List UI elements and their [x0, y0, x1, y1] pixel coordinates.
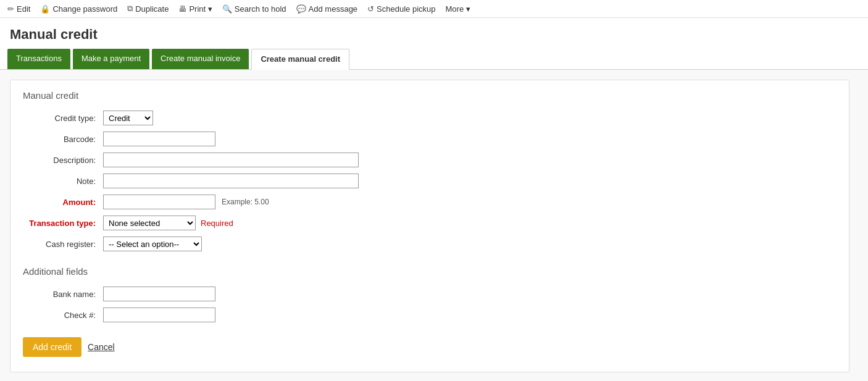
amount-example: Example: 5.00 [222, 198, 269, 206]
bank-name-input[interactable] [103, 287, 215, 301]
check-num-row: Check #: [23, 308, 837, 322]
note-label: Note: [23, 177, 103, 186]
toolbar-edit-label: Edit [17, 4, 30, 14]
form-section-title: Manual credit [23, 90, 837, 101]
tab-bar: Transactions Make a payment Create manua… [0, 49, 868, 70]
toolbar-change-password[interactable]: 🔒 Change password [40, 4, 117, 14]
credit-type-select[interactable]: Credit Writeoff Forgiven [103, 111, 153, 125]
toolbar-add-message[interactable]: 💬 Add message [296, 4, 358, 14]
toolbar-edit[interactable]: ✏ Edit [7, 4, 30, 14]
barcode-label: Barcode: [23, 135, 103, 144]
transaction-type-label: Transaction type: [23, 219, 103, 228]
toolbar-more[interactable]: More ▾ [446, 4, 470, 14]
description-label: Description: [23, 156, 103, 165]
toolbar-search-hold-label: Search to hold [235, 4, 286, 14]
toolbar-change-password-label: Change password [52, 4, 117, 14]
toolbar-search-hold[interactable]: 🔍 Search to hold [222, 4, 286, 14]
additional-fields-section: Additional fields Bank name: Check #: [23, 266, 837, 322]
transaction-type-select[interactable]: None selected [103, 216, 196, 230]
form-card: Manual credit Credit type: Credit Writeo… [10, 80, 849, 372]
toolbar-more-label: More ▾ [446, 4, 470, 14]
credit-type-label: Credit type: [23, 114, 103, 123]
description-input[interactable] [103, 153, 359, 167]
cancel-button[interactable]: Cancel [88, 342, 115, 352]
bank-name-row: Bank name: [23, 287, 837, 301]
search-icon: 🔍 [222, 4, 232, 14]
check-num-label: Check #: [23, 311, 103, 320]
barcode-row: Barcode: [23, 132, 837, 146]
message-icon: 💬 [296, 4, 306, 14]
edit-icon: ✏ [7, 4, 14, 14]
amount-input[interactable] [103, 195, 215, 209]
lock-icon: 🔒 [40, 4, 50, 14]
amount-row: Amount: Example: 5.00 [23, 195, 837, 209]
page-title: Manual credit [0, 18, 868, 49]
toolbar-duplicate[interactable]: ⧉ Duplicate [127, 4, 169, 14]
toolbar-print-label: Print ▾ [189, 4, 212, 14]
schedule-icon: ↺ [367, 4, 374, 14]
main-content: Manual credit Credit type: Credit Writeo… [0, 70, 868, 381]
toolbar-duplicate-label: Duplicate [135, 4, 169, 14]
print-icon: 🖶 [178, 4, 186, 14]
duplicate-icon: ⧉ [127, 4, 133, 14]
bank-name-label: Bank name: [23, 290, 103, 299]
note-row: Note: [23, 174, 837, 188]
tab-create-invoice[interactable]: Create manual invoice [152, 49, 249, 69]
cash-register-label: Cash register: [23, 240, 103, 249]
amount-label: Amount: [23, 198, 103, 207]
toolbar-schedule-pickup[interactable]: ↺ Schedule pickup [367, 4, 435, 14]
transaction-type-row: Transaction type: None selected Required [23, 216, 837, 230]
tab-create-credit[interactable]: Create manual credit [251, 49, 349, 70]
button-row: Add credit Cancel [23, 337, 837, 357]
barcode-input[interactable] [103, 132, 215, 146]
check-num-input[interactable] [103, 308, 215, 322]
note-input[interactable] [103, 174, 359, 188]
add-credit-button[interactable]: Add credit [23, 337, 81, 357]
required-indicator: Required [201, 219, 233, 228]
description-row: Description: [23, 153, 837, 167]
toolbar-schedule-pickup-label: Schedule pickup [377, 4, 435, 14]
additional-section-title: Additional fields [23, 266, 837, 277]
cash-register-row: Cash register: -- Select an option-- [23, 237, 837, 251]
credit-type-row: Credit type: Credit Writeoff Forgiven [23, 111, 837, 125]
toolbar: ✏ Edit 🔒 Change password ⧉ Duplicate 🖶 P… [0, 0, 868, 18]
cash-register-select[interactable]: -- Select an option-- [103, 237, 202, 251]
tab-make-payment[interactable]: Make a payment [73, 49, 149, 69]
tab-transactions[interactable]: Transactions [7, 49, 70, 69]
toolbar-print[interactable]: 🖶 Print ▾ [178, 4, 212, 14]
toolbar-add-message-label: Add message [309, 4, 358, 14]
